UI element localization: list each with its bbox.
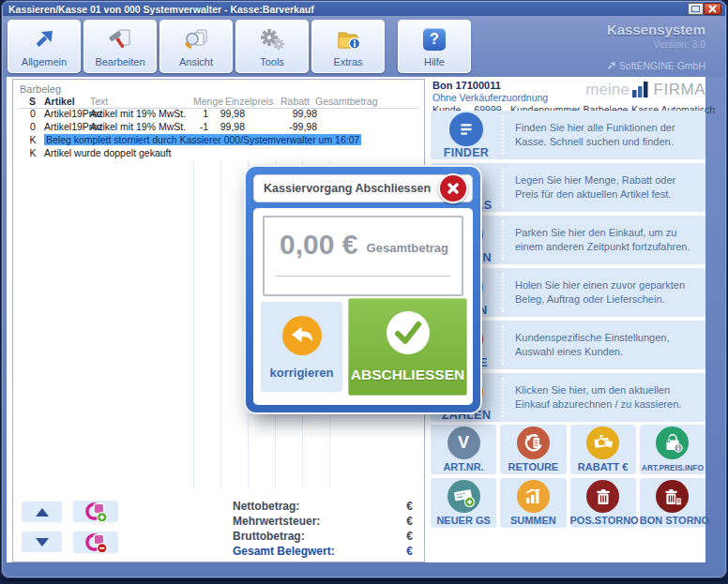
add-position-button[interactable] xyxy=(73,501,118,522)
action-label: FINDER xyxy=(444,146,489,159)
table-row[interactable]: 0 Artikel19Prozer Artikel mit 19% MwSt. … xyxy=(13,108,424,121)
seller-assignment: Ohne Verkäuferzuordnung xyxy=(432,92,548,103)
column-header-s[interactable]: S xyxy=(29,96,36,107)
quick-label: BON STORNO xyxy=(640,515,705,526)
column-header-menge[interactable]: Menge xyxy=(193,96,223,107)
close-window-button[interactable] xyxy=(704,3,721,15)
add-position-icon xyxy=(84,500,108,523)
kassensystem-window: Kassieren/Kasse 01 von 000 Systemverwalt… xyxy=(0,0,728,584)
quick-label: RETOURE xyxy=(500,461,566,472)
scroll-down-button[interactable] xyxy=(22,532,62,552)
toolbar-button-extras[interactable]: Extras xyxy=(311,20,385,73)
toolbar-button-ansicht[interactable]: Ansicht xyxy=(159,20,233,73)
korrigieren-button[interactable]: korrigieren xyxy=(261,302,342,392)
folder-info-icon xyxy=(311,26,385,52)
quick-label: RABATT € xyxy=(570,461,636,472)
summen-icon xyxy=(517,480,550,513)
vendor-label: SoftENGINE GmbH xyxy=(619,60,705,71)
help-icon: ? xyxy=(398,26,471,52)
remove-position-button[interactable] xyxy=(73,532,118,553)
total-label: Bruttobetrag: xyxy=(233,530,305,545)
gears-icon xyxy=(235,26,309,52)
total-row: Nettobetrag: € xyxy=(233,500,413,515)
title-bar[interactable]: Kassieren/Kasse 01 von 000 Systemverwalt… xyxy=(3,2,725,16)
toolbar-button-bearbeiten[interactable]: Bearbeiten xyxy=(83,20,157,73)
quick-button-bon-storno[interactable]: BON STORNO xyxy=(640,478,705,528)
action-description: Legen Sie hier Menge, Rabatt oder Preis … xyxy=(504,163,705,212)
dialog-close-button[interactable] xyxy=(438,173,468,203)
receipt-title: Barbeleg xyxy=(20,83,61,95)
neuer-gutschein-icon xyxy=(447,480,480,513)
cell-einzelpreis: 99,98 xyxy=(204,108,245,119)
restore-button[interactable] xyxy=(688,3,704,15)
action-description: Klicken Sie hier, um den aktuellen Einka… xyxy=(504,373,705,422)
close-icon xyxy=(447,182,460,195)
total-row: Mehrwertsteuer: € xyxy=(233,515,413,530)
rabatt-icon: € xyxy=(586,427,619,459)
restore-icon xyxy=(691,6,700,12)
quick-button-neuer-gs[interactable]: NEUER GS xyxy=(431,478,496,528)
dialog-body: 0,00 € Gesamtbetrag korrigieren ABSCHLIE… xyxy=(253,208,473,405)
undo-arrow-icon xyxy=(281,315,323,356)
arrow-up-icon xyxy=(36,508,49,517)
total-value: € xyxy=(406,500,413,515)
table-row-message-selected[interactable]: K Beleg komplett storniert durch Kassier… xyxy=(13,134,424,147)
column-header-artikel[interactable]: Artikel xyxy=(44,96,75,107)
abschliessen-button[interactable]: ABSCHLIESSEN xyxy=(348,298,467,396)
total-label: Nettobetrag: xyxy=(233,500,299,515)
scroll-up-button[interactable] xyxy=(22,502,62,522)
cancel-label: korrigieren xyxy=(270,366,334,380)
question-glyph: ? xyxy=(423,28,446,51)
quick-button-art-preis-info[interactable]: € ART.PREIS.INFO xyxy=(640,425,705,474)
column-header-text[interactable]: Text xyxy=(90,96,108,107)
logo-text-meine: meine xyxy=(585,82,629,97)
quick-button-retoure[interactable]: RETOURE xyxy=(500,425,566,474)
quick-button-pos-storno[interactable]: POS.STORNO xyxy=(570,478,636,528)
action-finder[interactable]: FINDER Finden Sie hier alle Funktionen d… xyxy=(431,111,705,159)
column-header-einzelpreis[interactable]: Einzelpreis xyxy=(225,96,273,107)
toolbar-label: Extras xyxy=(311,56,385,67)
quick-buttons-grid: V ART.NR. RETOURE € RABATT € € ART.PREIS… xyxy=(431,425,705,528)
table-row[interactable]: 0 Artikel19Prozer Artikel mit 19% MwSt. … xyxy=(13,121,424,134)
quick-button-rabatt[interactable]: € RABATT € xyxy=(570,425,636,474)
magnifier-documents-icon xyxy=(159,26,233,52)
info-message: Artikel wurde doppelt gekauft xyxy=(44,147,171,158)
total-row-gesamt: Gesamt Belegwert: € xyxy=(233,545,413,560)
quick-button-summen[interactable]: SUMMEN xyxy=(500,478,566,528)
amount-display[interactable]: 0,00 € Gesamtbetrag xyxy=(263,216,463,296)
cell-s: 0 xyxy=(26,108,39,119)
total-value: € xyxy=(406,515,413,530)
action-description: Finden Sie hier alle Funktionen der Kass… xyxy=(504,111,705,159)
total-value: € xyxy=(406,530,413,545)
action-description: Holen Sie hier einen zuvor geparkten Bel… xyxy=(504,268,705,317)
cell-menge: 1 xyxy=(161,108,208,119)
toolbar-button-hilfe[interactable]: ? Hilfe xyxy=(398,20,471,73)
amount-underline xyxy=(276,276,450,277)
column-separator xyxy=(220,160,221,488)
dialog-title: Kassiervorgang Abschliessen xyxy=(254,182,431,195)
bon-number: Bon 17100011 xyxy=(432,80,501,91)
pos-storno-trash-icon xyxy=(586,480,619,513)
quick-button-art-nr[interactable]: V ART.NR. xyxy=(431,425,496,474)
action-description: Parken Sie hier den Einkauf, um zu einem… xyxy=(504,216,705,264)
check-icon xyxy=(386,310,431,355)
table-row-message[interactable]: K Artikel wurde doppelt gekauft xyxy=(13,147,424,160)
bon-storno-trash-icon xyxy=(656,480,689,513)
meine-firma-logo: meine FIRMA xyxy=(563,81,705,97)
column-separator xyxy=(193,160,194,488)
column-header-gesamtbetrag[interactable]: Gesamtbetrag xyxy=(315,96,378,107)
arrow-up-right-icon xyxy=(607,62,615,70)
total-label: Mehrwertsteuer: xyxy=(233,515,320,530)
storno-message: Beleg komplett storniert durch Kassierer… xyxy=(44,134,361,145)
amount-label: Gesamtbetrag xyxy=(367,241,448,255)
toolbar-button-tools[interactable]: Tools xyxy=(235,20,309,73)
logo-bars-icon xyxy=(631,81,652,97)
cell-s: K xyxy=(26,134,39,145)
toolbar-button-allgemein[interactable]: Allgemein xyxy=(8,20,81,73)
quick-label: ART.NR. xyxy=(431,461,496,472)
arrow-up-right-icon xyxy=(8,26,81,52)
arrow-down-icon xyxy=(36,538,49,547)
vendor-link[interactable]: SoftENGINE GmbH xyxy=(525,60,705,71)
quick-label: SUMMEN xyxy=(500,515,566,526)
column-header-rabatt[interactable]: Rabatt xyxy=(281,96,310,107)
